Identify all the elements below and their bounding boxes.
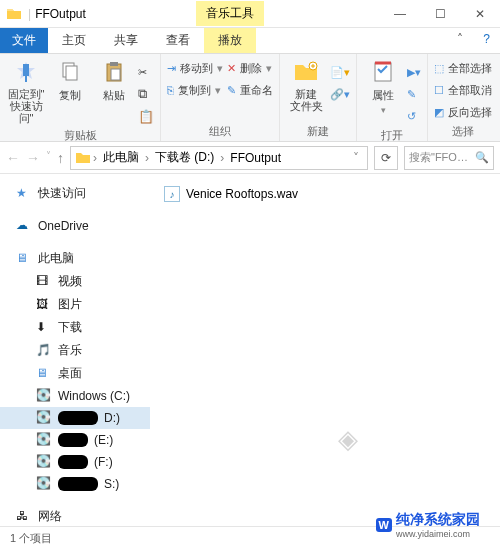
- rename-icon: ✎: [227, 80, 236, 100]
- tab-home[interactable]: 主页: [48, 28, 100, 53]
- select-all-icon: ⬚: [434, 58, 444, 78]
- crumb-drive-d[interactable]: 下载卷 (D:): [151, 149, 218, 166]
- sidebar-item-this-pc[interactable]: 🖥此电脑: [0, 247, 150, 270]
- chevron-down-icon: ▾: [217, 58, 223, 78]
- copy-path-icon[interactable]: ⧉: [138, 84, 154, 104]
- copy-button[interactable]: 复制: [50, 58, 90, 103]
- sidebar-item-pictures[interactable]: 🖼图片: [0, 293, 150, 316]
- svg-rect-4: [110, 62, 118, 66]
- new-item-icon[interactable]: 📄▾: [330, 62, 350, 82]
- title-bar: | FFOutput 音乐工具 — ☐ ✕: [0, 0, 500, 28]
- nav-buttons: ← → ˅ ↑: [6, 150, 64, 166]
- ribbon-group-open: 属性 ▾ ▶▾ ✎ ↺ 打开: [357, 54, 428, 141]
- navigation-pane: ★快速访问 ☁OneDrive 🖥此电脑 🎞视频 🖼图片 ⬇下载 🎵音乐 🖥桌面…: [0, 174, 150, 526]
- new-folder-button[interactable]: 新建 文件夹: [286, 58, 326, 112]
- chevron-down-icon: ▾: [266, 58, 272, 78]
- sidebar-item-drive-f[interactable]: 💽xxx(F:): [0, 451, 150, 473]
- invert-selection-button[interactable]: ◩反向选择: [434, 102, 492, 122]
- chevron-right-icon[interactable]: ›: [93, 151, 97, 165]
- sidebar-item-music[interactable]: 🎵音乐: [0, 339, 150, 362]
- sidebar-item-videos[interactable]: 🎞视频: [0, 270, 150, 293]
- item-count: 1 个项目: [10, 531, 52, 546]
- crumb-this-pc[interactable]: 此电脑: [99, 149, 143, 166]
- sidebar-item-drive-e[interactable]: 💽xxx(E:): [0, 429, 150, 451]
- copy-to-button[interactable]: ⎘复制到▾: [167, 80, 223, 100]
- search-placeholder: 搜索"FFOu…: [409, 150, 471, 165]
- sidebar-item-network[interactable]: 🖧网络: [0, 505, 150, 526]
- delete-button[interactable]: ✕删除▾: [227, 58, 273, 78]
- copy-icon: [56, 58, 84, 86]
- ribbon-expand-icon[interactable]: ˄: [447, 28, 473, 53]
- qat-separator: |: [28, 7, 31, 21]
- select-none-icon: ☐: [434, 80, 444, 100]
- file-name: Venice Rooftops.wav: [186, 187, 298, 201]
- sidebar-item-desktop[interactable]: 🖥桌面: [0, 362, 150, 385]
- sidebar-item-quick-access[interactable]: ★快速访问: [0, 182, 150, 205]
- window-controls: — ☐ ✕: [380, 0, 500, 28]
- file-item[interactable]: ♪ Venice Rooftops.wav: [160, 184, 490, 204]
- refresh-button[interactable]: ⟳: [374, 146, 398, 170]
- history-dropdown-icon[interactable]: ˅: [46, 150, 51, 166]
- tab-view[interactable]: 查看: [152, 28, 204, 53]
- drive-icon: 💽: [36, 432, 52, 448]
- chevron-right-icon[interactable]: ›: [220, 151, 224, 165]
- easy-access-icon[interactable]: 🔗▾: [330, 84, 350, 104]
- star-icon: ★: [16, 186, 32, 202]
- folder-icon: [75, 150, 91, 166]
- crumb-ffoutput[interactable]: FFOutput: [226, 151, 285, 165]
- sidebar-item-drive-c[interactable]: 💽Windows (C:): [0, 385, 150, 407]
- ribbon: 固定到" 快速访问" 复制 粘贴 ✂ ⧉ 📋 剪贴板 ⇥移动到▾ ⎘复制到▾: [0, 54, 500, 142]
- move-to-icon: ⇥: [167, 58, 176, 78]
- chevron-right-icon[interactable]: ›: [145, 151, 149, 165]
- help-icon[interactable]: ?: [473, 28, 500, 53]
- paste-label: 粘贴: [103, 88, 125, 103]
- context-tab-music-tools[interactable]: 音乐工具: [196, 1, 264, 26]
- open-icon[interactable]: ▶▾: [407, 62, 421, 82]
- new-folder-icon: [292, 58, 320, 86]
- sidebar-item-onedrive[interactable]: ☁OneDrive: [0, 215, 150, 237]
- up-button[interactable]: ↑: [57, 150, 64, 166]
- explorer-body: ★快速访问 ☁OneDrive 🖥此电脑 🎞视频 🖼图片 ⬇下载 🎵音乐 🖥桌面…: [0, 174, 500, 526]
- sidebar-item-drive-s[interactable]: 💽xxxxS:): [0, 473, 150, 495]
- watermark-url: www.yidaimei.com: [396, 529, 480, 539]
- audio-file-icon: ♪: [164, 186, 180, 202]
- sidebar-item-downloads[interactable]: ⬇下载: [0, 316, 150, 339]
- drive-icon: 💽: [36, 454, 52, 470]
- breadcrumb[interactable]: › 此电脑 › 下载卷 (D:) › FFOutput ˅: [70, 146, 368, 170]
- tab-play[interactable]: 播放: [204, 28, 256, 53]
- rename-button[interactable]: ✎重命名: [227, 80, 273, 100]
- properties-button[interactable]: 属性 ▾: [363, 58, 403, 115]
- search-input[interactable]: 搜索"FFOu… 🔍: [404, 146, 494, 170]
- invert-icon: ◩: [434, 102, 444, 122]
- select-none-button[interactable]: ☐全部取消: [434, 80, 492, 100]
- open-group-label: 打开: [363, 126, 421, 143]
- copy-label: 复制: [59, 88, 81, 103]
- file-list[interactable]: ♪ Venice Rooftops.wav: [150, 174, 500, 526]
- tab-file[interactable]: 文件: [0, 28, 48, 53]
- cut-icon[interactable]: ✂: [138, 62, 154, 82]
- back-button[interactable]: ←: [6, 150, 20, 166]
- close-button[interactable]: ✕: [460, 0, 500, 28]
- address-dropdown-icon[interactable]: ˅: [349, 151, 363, 165]
- svg-rect-2: [66, 66, 77, 80]
- forward-button[interactable]: →: [26, 150, 40, 166]
- minimize-button[interactable]: —: [380, 0, 420, 28]
- window-title: FFOutput: [35, 7, 86, 21]
- ribbon-group-clipboard: 固定到" 快速访问" 复制 粘贴 ✂ ⧉ 📋 剪贴板: [0, 54, 161, 141]
- maximize-button[interactable]: ☐: [420, 0, 460, 28]
- organize-group-label: 组织: [167, 122, 273, 139]
- history-icon[interactable]: ↺: [407, 106, 421, 126]
- paste-button[interactable]: 粘贴: [94, 58, 134, 103]
- edit-icon[interactable]: ✎: [407, 84, 421, 104]
- pin-label: 固定到" 快速访问": [6, 88, 46, 124]
- pin-to-quick-access-button[interactable]: 固定到" 快速访问": [6, 58, 46, 124]
- select-all-button[interactable]: ⬚全部选择: [434, 58, 492, 78]
- delete-icon: ✕: [227, 58, 236, 78]
- paste-shortcut-icon[interactable]: 📋: [138, 106, 154, 126]
- tab-share[interactable]: 共享: [100, 28, 152, 53]
- drive-icon: 💽: [36, 476, 52, 492]
- move-to-button[interactable]: ⇥移动到▾: [167, 58, 223, 78]
- sidebar-item-drive-d[interactable]: 💽xxxxD:): [0, 407, 150, 429]
- properties-icon: [369, 58, 397, 86]
- cloud-icon: ☁: [16, 218, 32, 234]
